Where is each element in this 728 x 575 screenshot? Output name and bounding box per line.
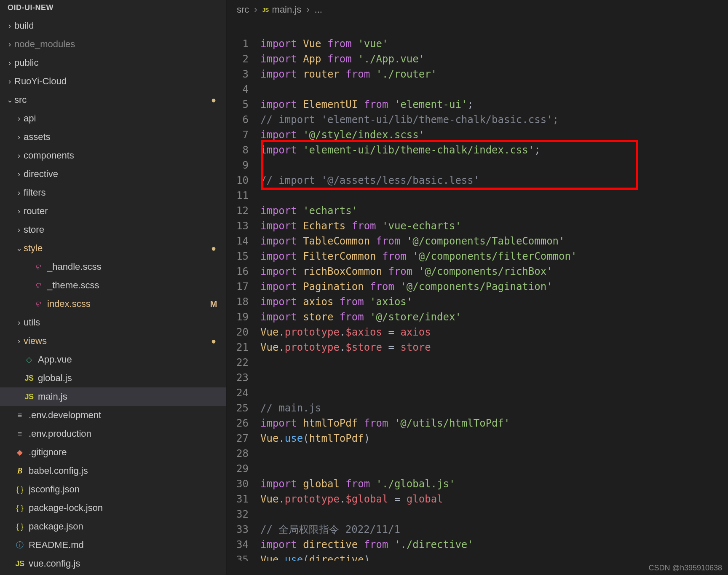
code-content[interactable]: import '@/style/index.scss' [260,127,728,142]
folder-row[interactable]: ›views● [0,332,226,350]
folder-row[interactable]: ⌄src● [0,91,226,109]
code-line[interactable]: 26import htmlToPdf from '@/utils/htmlToP… [227,416,728,431]
tree-item-label: _handle.scss [47,261,208,272]
code-line[interactable]: 15import FilterCommon from '@/components… [227,249,728,264]
code-content[interactable]: import ElementUI from 'element-ui'; [260,97,728,112]
code-content[interactable]: import router from './router' [260,67,728,82]
code-line[interactable]: 19import store from '@/store/index' [227,309,728,325]
file-row[interactable]: ≡.env.development [0,406,226,425]
folder-row[interactable]: ›api [0,109,226,128]
code-line[interactable]: 29 [227,461,728,476]
file-row[interactable]: JSvue.config.js [0,554,226,573]
code-content[interactable]: import Echarts from 'vue-echarts' [260,218,728,234]
code-line[interactable]: 3import router from './router' [227,67,728,82]
file-row[interactable]: { }package.json [0,517,226,536]
code-line[interactable]: 8import 'element-ui/lib/theme-chalk/inde… [227,142,728,158]
code-content[interactable]: Vue.use(htmlToPdf) [260,431,728,446]
code-content[interactable]: import TableCommon from '@/components/Ta… [260,234,728,249]
code-content[interactable]: import App from './App.vue' [260,51,728,67]
code-content[interactable]: Vue.prototype.$global = global [260,492,728,507]
code-line[interactable]: 4 [227,82,728,97]
code-line[interactable]: 2import App from './App.vue' [227,51,728,67]
code-line[interactable]: 17import Pagination from '@/components/P… [227,279,728,294]
code-line[interactable]: 16import richBoxCommon from '@/component… [227,264,728,279]
code-line[interactable]: 28 [227,446,728,461]
code-line[interactable]: 7import '@/style/index.scss' [227,127,728,142]
folder-row[interactable]: ⌄style● [0,239,226,258]
code-content[interactable]: import directive from './directive' [260,537,728,552]
folder-row[interactable]: ›directive [0,165,226,183]
folder-row[interactable]: ›store [0,220,226,239]
code-content[interactable]: import FilterCommon from '@/components/f… [260,249,728,264]
code-line[interactable]: 30import global from './global.js' [227,476,728,492]
code-line[interactable]: 9 [227,158,728,173]
code-content[interactable]: // 全局权限指令 2022/11/1 [260,522,728,537]
file-tree[interactable]: ›build›node_modules›public›RuoYi-Cloud⌄s… [0,16,226,575]
code-line[interactable]: 10// import '@/assets/less/basic.less' [227,173,728,188]
code-line[interactable]: 6// import 'element-ui/lib/theme-chalk/b… [227,112,728,127]
folder-row[interactable]: ›components [0,146,226,165]
code-line[interactable]: 20Vue.prototype.$axios = axios [227,325,728,340]
code-content[interactable]: import 'element-ui/lib/theme-chalk/index… [260,142,728,158]
code-content[interactable]: Vue.use(directive) [260,552,728,561]
code-editor[interactable]: 1import Vue from 'vue'2import App from '… [227,19,728,575]
file-row[interactable]: { }package-lock.json [0,499,226,517]
code-content[interactable]: import richBoxCommon from '@/components/… [260,264,728,279]
code-content[interactable]: // main.js [260,400,728,416]
file-row[interactable]: ⓘREADME.md [0,536,226,554]
code-line[interactable]: 18import axios from 'axios' [227,294,728,309]
code-line[interactable]: 14import TableCommon from '@/components/… [227,234,728,249]
breadcrumb-part[interactable]: JS main.js [262,4,302,15]
folder-row[interactable]: ›router [0,202,226,220]
folder-row[interactable]: ›assets [0,128,226,146]
code-content[interactable]: // import 'element-ui/lib/theme-chalk/ba… [260,112,728,127]
code-content[interactable]: import axios from 'axios' [260,294,728,309]
code-line[interactable]: 33// 全局权限指令 2022/11/1 [227,522,728,537]
tree-item-label: package.json [29,521,208,532]
line-number: 30 [227,476,260,492]
code-content[interactable]: import htmlToPdf from '@/utils/htmlToPdf… [260,416,728,431]
code-content[interactable]: Vue.prototype.$store = store [260,340,728,355]
folder-row[interactable]: ›RuoYi-Cloud [0,72,226,91]
file-row[interactable]: JSglobal.js [0,369,226,387]
file-row[interactable]: ଟ_handle.scss [0,258,226,276]
file-row[interactable]: { }jsconfig.json [0,480,226,499]
code-line[interactable]: 32 [227,507,728,522]
file-row[interactable]: Bbabel.config.js [0,462,226,480]
code-line[interactable]: 34import directive from './directive' [227,537,728,552]
code-line[interactable]: 24 [227,385,728,400]
code-line[interactable]: 1import Vue from 'vue' [227,36,728,51]
code-line[interactable]: 35Vue.use(directive) [227,552,728,561]
folder-row[interactable]: ›build [0,16,226,35]
code-line[interactable]: 13import Echarts from 'vue-echarts' [227,218,728,234]
code-line[interactable]: 22 [227,355,728,370]
code-content[interactable]: import 'echarts' [260,203,728,218]
code-content[interactable]: import global from './global.js' [260,476,728,492]
code-content[interactable]: Vue.prototype.$axios = axios [260,325,728,340]
folder-row[interactable]: ›utils [0,313,226,332]
code-line[interactable]: 23 [227,370,728,385]
code-line[interactable]: 11 [227,188,728,203]
folder-row[interactable]: ›public [0,54,226,72]
breadcrumb-part[interactable]: src [237,4,249,15]
breadcrumb[interactable]: src › JS main.js › ... [227,0,728,19]
file-row[interactable]: ◇App.vue [0,350,226,369]
code-content[interactable]: import Vue from 'vue' [260,36,728,51]
file-row[interactable]: ≡.env.production [0,425,226,443]
code-content[interactable]: import store from '@/store/index' [260,309,728,325]
file-row[interactable]: ଟindex.scssM [0,295,226,313]
code-line[interactable]: 27Vue.use(htmlToPdf) [227,431,728,446]
breadcrumb-part[interactable]: ... [315,4,322,15]
folder-row[interactable]: ›node_modules [0,35,226,54]
folder-row[interactable]: ›filters [0,183,226,202]
code-content[interactable]: import Pagination from '@/components/Pag… [260,279,728,294]
code-line[interactable]: 31Vue.prototype.$global = global [227,492,728,507]
file-row[interactable]: JSmain.js [0,387,226,406]
file-row[interactable]: ଟ_theme.scss [0,276,226,295]
code-line[interactable]: 5import ElementUI from 'element-ui'; [227,97,728,112]
code-line[interactable]: 12import 'echarts' [227,203,728,218]
code-line[interactable]: 25// main.js [227,400,728,416]
code-content[interactable]: // import '@/assets/less/basic.less' [260,173,728,188]
file-row[interactable]: ◆.gitignore [0,443,226,462]
code-line[interactable]: 21Vue.prototype.$store = store [227,340,728,355]
